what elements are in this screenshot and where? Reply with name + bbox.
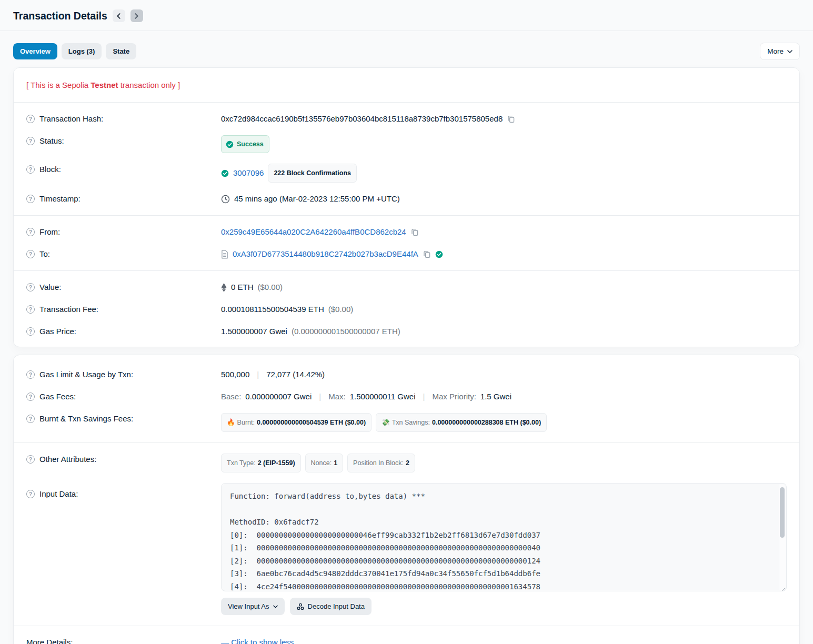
more-dropdown-button[interactable]: More <box>760 43 800 60</box>
copy-to-address-button[interactable] <box>423 250 431 258</box>
previous-transaction-button[interactable] <box>113 9 125 22</box>
to-label: To: <box>39 248 50 260</box>
status-value: Success <box>237 138 264 150</box>
help-icon[interactable]: ? <box>26 115 35 123</box>
burnt-savings-label: Burnt & Txn Savings Fees: <box>39 413 133 425</box>
row-input-data: ? Input Data: Function: forward(address … <box>26 478 787 620</box>
max-priority-fee-value: 1.5 Gwei <box>480 391 511 402</box>
divider <box>14 270 799 271</box>
decode-icon <box>297 603 304 610</box>
nonce-badge: Nonce: 1 <box>305 454 344 472</box>
input-data-line: MethodID: 0x6fadcf72 <box>230 516 772 529</box>
status-badge: Success <box>221 135 269 153</box>
chevron-down-icon <box>787 50 792 53</box>
gas-fees-label: Gas Fees: <box>39 391 76 402</box>
input-scrollbar-thumb[interactable] <box>780 487 785 538</box>
value-amount: 0 ETH <box>231 281 254 293</box>
decode-input-data-label: Decode Input Data <box>308 602 365 610</box>
help-icon[interactable]: ? <box>26 250 35 258</box>
position-in-block-badge: Position In Block: 2 <box>347 454 415 472</box>
burnt-badge: 🔥 Burnt: 0.000000000000504539 ETH ($0.00… <box>221 413 372 432</box>
row-to: ? To: 0xA3f07D6773514480b918C2742b027b3a… <box>26 243 787 265</box>
copy-transaction-hash-button[interactable] <box>507 115 515 123</box>
help-icon[interactable]: ? <box>26 490 35 498</box>
base-fee-value: 0.000000007 Gwei <box>245 391 312 402</box>
from-address-link[interactable]: 0x259c49E65644a020C2A642260a4ffB0CD862cb… <box>221 226 406 238</box>
help-icon[interactable]: ? <box>26 415 35 423</box>
help-icon[interactable]: ? <box>26 195 35 203</box>
resize-handle[interactable] <box>779 584 785 590</box>
row-value: ? Value: 0 ETH ($0.00) <box>26 276 787 298</box>
copy-from-address-button[interactable] <box>410 228 419 236</box>
max-priority-fee-label: Max Priority: <box>432 391 476 402</box>
gas-usage-value: 72,077 (14.42%) <box>266 369 325 380</box>
row-from: ? From: 0x259c49E65644a020C2A642260a4ffB… <box>26 221 787 243</box>
next-transaction-button[interactable] <box>131 9 143 22</box>
transaction-fee-usd: ($0.00) <box>328 304 354 315</box>
help-icon[interactable]: ? <box>26 305 35 314</box>
value-label: Value: <box>39 281 61 293</box>
divider <box>14 215 799 216</box>
input-scrollbar-track[interactable] <box>779 484 786 590</box>
row-other-attributes: ? Other Attributes: Txn Type: 2 (EIP-155… <box>26 448 787 478</box>
row-more-details: More Details: — Click to show less <box>26 631 787 644</box>
view-input-as-label: View Input As <box>228 602 269 610</box>
tab-logs[interactable]: Logs (3) <box>62 43 102 59</box>
input-data-line: Function: forward(address to,bytes data)… <box>230 490 772 503</box>
help-icon[interactable]: ? <box>26 327 35 336</box>
block-confirmations-badge: 222 Block Confirmations <box>268 164 357 183</box>
input-data-label: Input Data: <box>39 488 78 500</box>
decode-input-data-button[interactable]: Decode Input Data <box>290 598 372 615</box>
txn-type-label: Txn Type: <box>227 457 256 469</box>
transaction-hash-value: 0xc72d984ccac6190b5f135576eb97b03604bc81… <box>221 113 503 125</box>
row-gas-fees: ? Gas Fees: Base: 0.000000007 Gwei | Max… <box>26 386 787 408</box>
input-data-line: [4]: 4ce24f54000000000000000000000000000… <box>230 580 772 592</box>
help-icon[interactable]: ? <box>26 370 35 379</box>
divider <box>14 102 799 103</box>
txn-type-value: 2 (EIP-1559) <box>258 457 295 469</box>
notice-bold: Testnet <box>91 80 118 89</box>
timestamp-value: 45 mins ago (Mar-02-2023 12:55:00 PM +UT… <box>234 193 400 205</box>
chevron-down-icon <box>273 605 278 608</box>
txn-type-badge: Txn Type: 2 (EIP-1559) <box>221 454 301 472</box>
overview-card: [ This is a Sepolia Testnet transaction … <box>13 67 800 347</box>
tab-overview[interactable]: Overview <box>13 43 57 59</box>
position-in-block-label: Position In Block: <box>353 457 404 469</box>
check-circle-icon <box>226 140 234 148</box>
position-in-block-value: 2 <box>406 457 409 469</box>
nonce-value: 1 <box>334 457 337 469</box>
help-icon[interactable]: ? <box>26 283 35 291</box>
row-transaction-hash: ? Transaction Hash: 0xc72d984ccac6190b5f… <box>26 108 787 130</box>
input-data-box[interactable]: Function: forward(address to,bytes data)… <box>221 483 787 591</box>
input-data-line: [1]: 00000000000000000000000000000000000… <box>230 541 772 555</box>
burnt-label: Burnt: <box>237 417 255 428</box>
more-label: More <box>767 47 784 55</box>
block-finalized-check-icon <box>221 169 229 177</box>
tab-state[interactable]: State <box>106 43 136 59</box>
show-less-link[interactable]: — Click to show less <box>221 637 294 644</box>
help-icon[interactable]: ? <box>26 165 35 174</box>
transaction-fee-label: Transaction Fee: <box>39 304 98 315</box>
gas-price-label: Gas Price: <box>39 326 76 337</box>
nonce-label: Nonce: <box>311 457 332 469</box>
other-attributes-label: Other Attributes: <box>39 454 96 465</box>
help-icon[interactable]: ? <box>26 137 35 145</box>
help-icon[interactable]: ? <box>26 455 35 464</box>
to-address-link[interactable]: 0xA3f07D6773514480b918C2742b027b3acD9E44… <box>233 248 418 260</box>
more-details-label: More Details: <box>26 637 73 644</box>
from-label: From: <box>39 226 60 238</box>
row-gas-limit: ? Gas Limit & Usage by Txn: 500,000 | 72… <box>26 359 787 386</box>
divider <box>14 442 799 443</box>
row-gas-price: ? Gas Price: 1.500000007 Gwei (0.0000000… <box>26 320 787 343</box>
gas-price-amount: 1.500000007 Gwei <box>221 326 287 337</box>
txn-savings-badge: 💸 Txn Savings: 0.000000000000288308 ETH … <box>376 413 547 432</box>
gas-limit-label: Gas Limit & Usage by Txn: <box>39 369 133 380</box>
block-number-link[interactable]: 3007096 <box>233 167 264 179</box>
help-icon[interactable]: ? <box>26 393 35 401</box>
eth-diamond-icon <box>221 283 227 292</box>
copy-icon <box>410 228 419 236</box>
view-input-as-button[interactable]: View Input As <box>221 598 285 615</box>
help-icon[interactable]: ? <box>26 228 35 236</box>
value-usd: ($0.00) <box>258 281 283 293</box>
base-fee-label: Base: <box>221 391 241 402</box>
